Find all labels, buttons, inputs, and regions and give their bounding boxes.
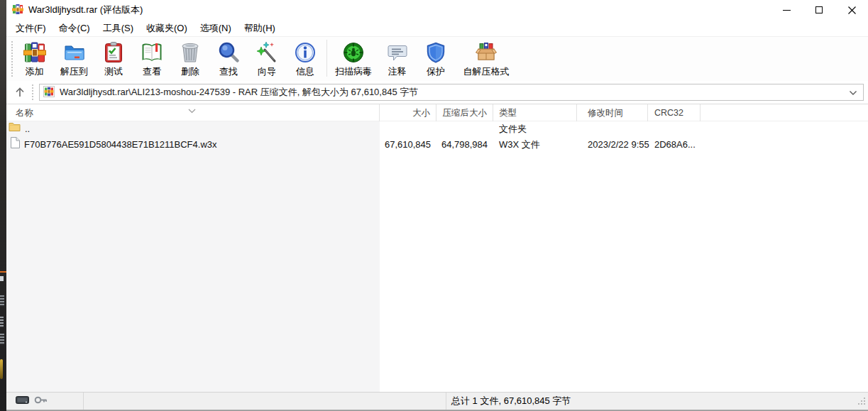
key-icon[interactable] — [34, 395, 48, 407]
toolbar-label: 添加 — [26, 65, 44, 78]
status-bar: 总计 1 文件, 67,610,845 字节 — [6, 392, 868, 410]
menu-tools[interactable]: 工具(S) — [97, 20, 140, 37]
column-header-packed[interactable]: 压缩后大小 — [436, 104, 493, 121]
toolbar-label: 删除 — [181, 65, 199, 78]
delete-button[interactable]: 删除 — [171, 37, 209, 81]
toolbar-label: 自解压格式 — [463, 65, 510, 78]
menu-favorites[interactable]: 收藏夹(O) — [140, 20, 194, 37]
view-button[interactable]: 查看 — [133, 37, 171, 81]
entry-name: .. — [25, 121, 30, 137]
entry-crc — [654, 121, 704, 137]
arrow-up-icon — [14, 87, 26, 98]
comment-icon — [385, 40, 409, 64]
folder-icon — [9, 121, 21, 137]
entry-modified — [588, 121, 655, 137]
column-label: 大小 — [412, 108, 430, 118]
find-button[interactable]: 查找 — [209, 37, 248, 81]
wizard-button[interactable]: 向导 — [248, 37, 286, 81]
toolbar-separator — [326, 40, 327, 77]
name-column-shade — [6, 121, 380, 392]
statusbar-total-text: 总计 1 文件, 67,610,845 字节 — [446, 395, 571, 407]
toolbar-label: 查找 — [219, 65, 238, 78]
maximize-button[interactable] — [803, 0, 835, 20]
column-header-name[interactable]: 名称 — [6, 104, 380, 121]
toolbar-label: 注释 — [388, 65, 407, 78]
statusbar-icon-cell — [6, 393, 83, 410]
desktop-background-strip — [0, 0, 6, 411]
test-button[interactable]: 测试 — [94, 37, 133, 81]
close-icon — [848, 6, 856, 14]
archive-path-combobox[interactable]: War3ldljhysdt.rar\ALI213-moshou-247539 -… — [39, 84, 864, 101]
extract-to-button[interactable]: 解压到 — [54, 37, 94, 81]
table-row[interactable]: .. 文件夹 — [6, 121, 868, 137]
resize-grip[interactable] — [857, 396, 866, 407]
add-button[interactable]: 添加 — [15, 37, 54, 81]
info-icon — [294, 40, 317, 64]
scan-virus-button[interactable]: 扫描病毒 — [329, 37, 378, 81]
column-label: 修改时间 — [588, 108, 623, 118]
menu-help[interactable]: 帮助(H) — [238, 20, 282, 37]
comment-button[interactable]: 注释 — [378, 37, 417, 81]
column-header-row: 名称 大小 压缩后大小 类型 修改时间 CRC32 — [6, 104, 868, 121]
column-label: 压缩后大小 — [443, 108, 488, 118]
title-bar: War3ldljhysdt.rar (评估版本) — [6, 0, 868, 20]
protect-button[interactable]: 保护 — [417, 37, 455, 81]
sort-ascending-icon — [188, 104, 196, 119]
delete-icon — [179, 40, 202, 64]
toolbar-label: 解压到 — [60, 65, 88, 78]
entry-modified: 2023/2/22 9:55 — [588, 137, 655, 153]
toolbar-label: 保护 — [427, 65, 445, 78]
menu-options[interactable]: 选项(N) — [194, 20, 238, 37]
add-archive-icon — [23, 40, 46, 64]
protect-icon — [424, 40, 448, 64]
file-list: .. 文件夹 F70B776AE591D5804438E71B1211BCF4.… — [6, 121, 868, 392]
column-header-modified[interactable]: 修改时间 — [577, 104, 648, 121]
toolbar-gripper[interactable] — [11, 41, 13, 77]
toolbar-label: 查看 — [143, 65, 161, 78]
minimize-button[interactable] — [770, 0, 803, 20]
sfx-icon — [475, 40, 498, 64]
maximize-icon — [815, 6, 823, 13]
statusbar-message-cell — [84, 393, 446, 410]
entry-size — [380, 121, 431, 137]
entry-packed: 64,798,984 — [436, 137, 488, 153]
desktop-fragment — [0, 334, 4, 345]
column-label: CRC32 — [654, 108, 683, 118]
up-directory-button[interactable] — [9, 83, 31, 102]
entry-name: F70B776AE591D5804438E71B1211BCF4.w3x — [24, 137, 217, 153]
wizard-icon — [256, 40, 279, 64]
menu-bar: 文件(F) 命令(C) 工具(S) 收藏夹(O) 选项(N) 帮助(H) — [6, 20, 868, 37]
column-header-size[interactable]: 大小 — [380, 104, 436, 121]
toolbar: 添加 解压到 — [6, 37, 868, 81]
winrar-window: War3ldljhysdt.rar (评估版本) 文件(F) 命令(C) 工具(… — [6, 0, 868, 411]
drive-icon[interactable] — [16, 395, 29, 407]
archive-path-text: War3ldljhysdt.rar\ALI213-moshou-247539 -… — [60, 86, 418, 99]
menu-file[interactable]: 文件(F) — [9, 20, 53, 37]
extract-to-icon — [62, 40, 86, 64]
addressbar-gripper[interactable] — [32, 84, 33, 100]
desktop-fragment — [0, 271, 6, 273]
scan-virus-icon — [342, 40, 366, 64]
entry-type: 文件夹 — [499, 121, 577, 137]
entry-packed — [436, 121, 488, 137]
desktop-fragment — [0, 276, 4, 281]
desktop-fragment — [0, 295, 4, 307]
file-icon — [9, 137, 20, 153]
sfx-button[interactable]: 自解压格式 — [455, 37, 517, 81]
minimize-icon — [783, 10, 791, 11]
toolbar-label: 测试 — [104, 65, 123, 78]
menu-commands[interactable]: 命令(C) — [53, 20, 97, 37]
entry-crc: 2D68A6... — [654, 137, 704, 153]
table-row[interactable]: F70B776AE591D5804438E71B1211BCF4.w3x 67,… — [6, 137, 868, 153]
toolbar-label: 信息 — [296, 65, 314, 78]
column-header-type[interactable]: 类型 — [493, 104, 577, 121]
combobox-chevron-down-icon[interactable] — [849, 87, 857, 98]
toolbar-label: 扫描病毒 — [335, 65, 372, 78]
column-header-crc32[interactable]: CRC32 — [648, 104, 701, 121]
column-label: 类型 — [499, 108, 517, 118]
desktop-fragment — [0, 359, 3, 379]
close-button[interactable] — [835, 0, 868, 20]
info-button[interactable]: 信息 — [286, 37, 324, 81]
test-archive-icon — [102, 40, 126, 64]
entry-size: 67,610,845 — [380, 137, 431, 153]
